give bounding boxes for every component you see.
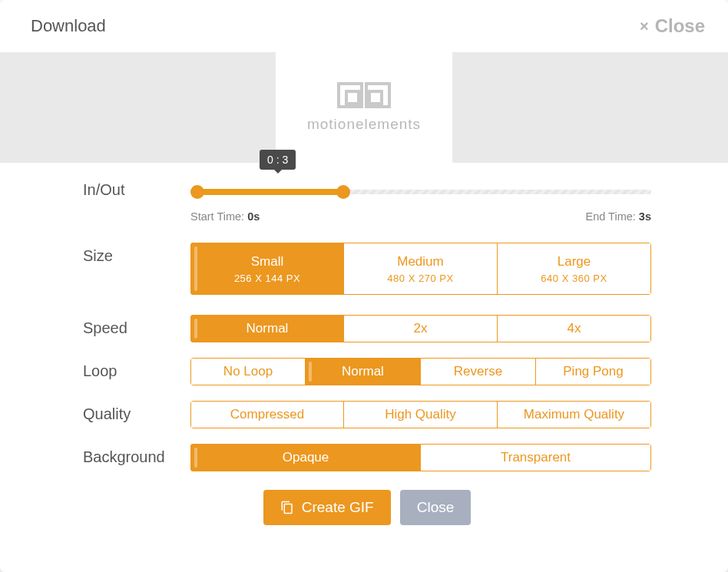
create-gif-label: Create GIF <box>302 499 374 516</box>
download-modal: Download × Close motionelements In/Out 0… <box>0 0 728 572</box>
close-bottom-button[interactable]: Close <box>400 490 472 525</box>
create-gif-button[interactable]: Create GIF <box>263 490 391 525</box>
brand-text: motionelements <box>307 116 421 133</box>
slider-tooltip: 0 : 3 <box>260 150 296 170</box>
slider-fill <box>197 189 342 195</box>
size-name: Small <box>251 254 284 269</box>
modal-header: Download × Close <box>0 0 728 52</box>
size-dim: 480 X 270 PX <box>387 273 453 284</box>
slider-labels: Start Time: 0s End Time: 3s <box>190 210 651 223</box>
loop-group: No Loop Normal Reverse Ping Pong <box>190 358 651 385</box>
row-inout: In/Out 0 : 3 Start Time: 0s End Time: 3s <box>83 177 651 223</box>
speed-group: Normal 2x 4x <box>190 315 651 342</box>
modal-title: Download <box>31 16 106 36</box>
slider-handle-start[interactable] <box>190 185 204 199</box>
speed-option-normal[interactable]: Normal <box>190 315 344 342</box>
close-icon: × <box>640 18 649 35</box>
speed-label: Speed <box>83 315 190 337</box>
preview-area: motionelements <box>0 52 728 163</box>
quality-option-max[interactable]: Maximum Quality <box>498 401 651 428</box>
loop-label: Loop <box>83 358 190 380</box>
slider-handle-end[interactable] <box>336 185 350 199</box>
background-group: Opaque Transparent <box>190 444 651 471</box>
size-name: Large <box>558 254 591 269</box>
size-option-medium[interactable]: Medium 480 X 270 PX <box>344 243 498 295</box>
loop-option-noloop[interactable]: No Loop <box>190 358 306 385</box>
background-option-opaque[interactable]: Opaque <box>190 444 421 471</box>
quality-option-high[interactable]: High Quality <box>344 401 498 428</box>
end-time-label: End Time: 3s <box>586 210 651 223</box>
close-top-label: Close <box>655 15 705 37</box>
background-option-transparent[interactable]: Transparent <box>421 444 651 471</box>
size-name: Medium <box>397 254 443 269</box>
quality-group: Compressed High Quality Maximum Quality <box>190 401 651 428</box>
close-top-button[interactable]: × Close <box>640 15 705 37</box>
row-background: Background Opaque Transparent <box>83 444 651 471</box>
loop-option-pingpong[interactable]: Ping Pong <box>536 358 651 385</box>
quality-label: Quality <box>83 401 190 423</box>
size-group: Small 256 X 144 PX Medium 480 X 270 PX L… <box>190 243 651 295</box>
speed-option-4x[interactable]: 4x <box>498 315 651 342</box>
preview-box: motionelements <box>276 52 452 163</box>
size-option-small[interactable]: Small 256 X 144 PX <box>190 243 344 295</box>
row-quality: Quality Compressed High Quality Maximum … <box>83 401 651 428</box>
row-loop: Loop No Loop Normal Reverse Ping Pong <box>83 358 651 385</box>
copy-icon <box>280 501 294 514</box>
size-dim: 640 X 360 PX <box>541 273 607 284</box>
start-time-label: Start Time: 0s <box>190 210 260 223</box>
row-speed: Speed Normal 2x 4x <box>83 315 651 342</box>
size-option-large[interactable]: Large 640 X 360 PX <box>498 243 651 295</box>
controls: In/Out 0 : 3 Start Time: 0s End Time: 3s… <box>0 163 728 541</box>
speed-option-2x[interactable]: 2x <box>344 315 498 342</box>
brand-logo-icon <box>337 82 391 108</box>
inout-label: In/Out <box>83 177 190 199</box>
size-dim: 256 X 144 PX <box>234 273 300 284</box>
background-label: Background <box>83 444 190 466</box>
quality-option-compressed[interactable]: Compressed <box>190 401 344 428</box>
row-size: Size Small 256 X 144 PX Medium 480 X 270… <box>83 243 651 295</box>
loop-option-normal[interactable]: Normal <box>306 358 421 385</box>
inout-slider[interactable] <box>190 184 651 200</box>
footer-actions: Create GIF Close <box>83 490 651 525</box>
loop-option-reverse[interactable]: Reverse <box>421 358 536 385</box>
size-label: Size <box>83 243 190 265</box>
